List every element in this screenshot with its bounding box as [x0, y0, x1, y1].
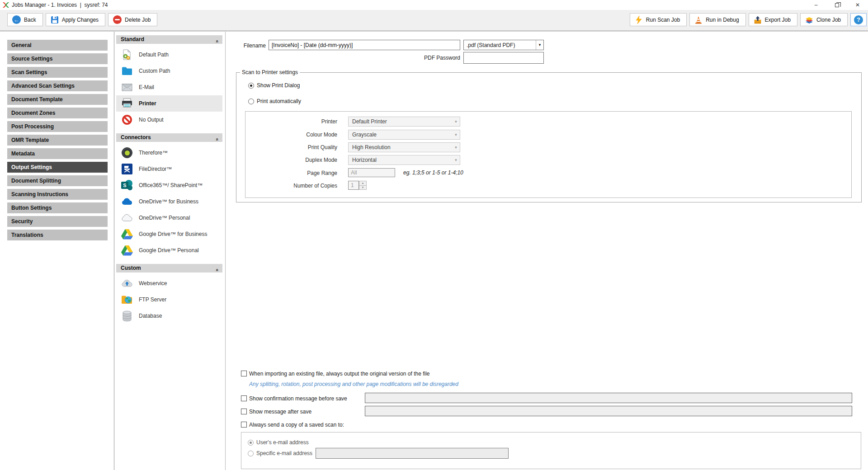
spin-up-icon[interactable]: ▲ [359, 181, 367, 186]
output-item-office365-sharepoint[interactable]: S Office365™/ SharePoint™ [116, 177, 222, 193]
onedrive-white-cloud-icon [121, 212, 133, 224]
radio-icon[interactable] [248, 451, 254, 456]
send-copy-checkbox[interactable] [241, 422, 247, 428]
minimize-button[interactable]: – [806, 0, 826, 10]
specific-email-input[interactable] [316, 448, 509, 459]
sidebar-item-scanning-instructions[interactable]: Scanning Instructions [7, 189, 108, 200]
file-format-dropdown[interactable]: .pdf (Standard PDF) ▼ [463, 40, 544, 50]
export-job-button[interactable]: Export Job [749, 13, 797, 26]
sharepoint-icon: S [121, 179, 133, 191]
document-gears-icon [121, 49, 133, 61]
title-bar: Jobs Manager - 1. Invoices | sysref: 74 … [0, 0, 868, 10]
print-quality-dropdown[interactable]: High Resolution ▼ [348, 142, 460, 152]
sidebar-item-advanced-scan-settings[interactable]: Advanced Scan Settings [7, 80, 108, 91]
output-item-label: Google Drive™ for Business [139, 231, 207, 237]
sidebar-item-omr-template[interactable]: OMR Template [7, 135, 108, 146]
users-email-option[interactable]: User's e-mail address [248, 439, 309, 446]
output-item-no-output[interactable]: No Output [116, 112, 222, 128]
page-range-input[interactable]: All [348, 168, 395, 177]
sidebar-item-output-settings[interactable]: Output Settings [7, 162, 108, 173]
help-button[interactable]: ? [850, 13, 867, 26]
output-item-printer[interactable]: Printer [116, 95, 222, 112]
section-header-custom[interactable]: Custom « [116, 264, 222, 273]
output-item-onedrive-business[interactable]: OneDrive™ for Business [116, 193, 222, 210]
original-version-checkbox[interactable] [241, 371, 247, 376]
output-item-webservice[interactable]: Webservice [116, 275, 222, 291]
sidebar-item-metadata[interactable]: Metadata [7, 148, 108, 159]
section-header-connectors[interactable]: Connectors « [116, 133, 222, 142]
filedirector-icon [121, 163, 133, 175]
message-after-save-input[interactable] [365, 406, 852, 416]
chevron-down-icon: ▼ [452, 130, 460, 139]
clone-job-button[interactable]: Clone Job [800, 13, 848, 26]
print-automatically-option[interactable]: Print automatically [248, 98, 301, 104]
back-button[interactable]: ← Back [7, 13, 43, 26]
specific-email-option[interactable]: Specific e-mail address [248, 450, 312, 456]
sidebar-item-document-zones[interactable]: Document Zones [7, 108, 108, 118]
output-item-label: Custom Path [139, 68, 170, 74]
printer-dropdown[interactable]: Default Printer ▼ [348, 117, 460, 127]
sidebar-item-source-settings[interactable]: Source Settings [7, 53, 108, 64]
output-item-therefore[interactable]: Therefore™ [116, 145, 222, 161]
colour-mode-value: Grayscale [352, 132, 377, 138]
delete-job-button[interactable]: Delete Job [108, 13, 157, 26]
copies-stepper[interactable]: ▲ ▼ [359, 181, 367, 190]
output-item-google-drive-business[interactable]: Google Drive™ for Business [116, 226, 222, 242]
confirm-before-save-input[interactable] [365, 393, 852, 403]
sidebar-item-post-processing[interactable]: Post Processing [7, 121, 108, 132]
sidebar-item-document-template[interactable]: Document Template [7, 94, 108, 105]
output-item-onedrive-personal[interactable]: OneDrive™ Personal [116, 210, 222, 226]
copies-input[interactable]: 1 [348, 181, 359, 190]
original-version-label: When importing an existing file, always … [249, 371, 430, 377]
save-floppy-icon [51, 16, 59, 24]
sidebar-item-security[interactable]: Security [7, 216, 108, 227]
output-item-label: E-Mail [139, 84, 154, 90]
run-in-debug-button[interactable]: Run in Debug [689, 13, 745, 26]
duplex-mode-dropdown[interactable]: Horizontal ▼ [348, 155, 460, 165]
confirm-before-save-checkbox[interactable] [241, 395, 247, 401]
close-button[interactable]: ✕ [847, 0, 868, 10]
output-item-ftp-server[interactable]: FTP Server [116, 291, 222, 308]
filename-input[interactable] [269, 40, 460, 50]
apply-changes-label: Apply Changes [62, 17, 99, 23]
sidebar-item-document-splitting[interactable]: Document Splitting [7, 175, 108, 186]
spin-down-icon[interactable]: ▼ [359, 186, 367, 190]
layers-icon [805, 16, 813, 24]
output-item-google-drive-personal[interactable]: Google Drive™ Personal [116, 242, 222, 258]
output-item-label: Office365™/ SharePoint™ [139, 182, 203, 188]
back-label: Back [24, 17, 36, 23]
radio-icon[interactable] [248, 99, 254, 104]
output-item-label: Printer [139, 100, 156, 107]
output-item-default-path[interactable]: Default Path [116, 47, 222, 63]
apply-changes-button[interactable]: Apply Changes [46, 13, 105, 26]
sidebar-item-button-settings[interactable]: Button Settings [7, 202, 108, 213]
colour-mode-dropdown[interactable]: Grayscale ▼ [348, 130, 460, 140]
output-item-database[interactable]: Database [116, 308, 222, 324]
run-in-debug-label: Run in Debug [706, 17, 739, 23]
onedrive-blue-cloud-icon [121, 196, 133, 207]
output-item-custom-path[interactable]: Custom Path [116, 63, 222, 79]
pdf-password-input[interactable] [463, 52, 544, 64]
send-copy-label: Always send a copy of a saved scan to: [249, 422, 344, 428]
radio-icon[interactable] [248, 440, 254, 446]
confirm-before-save-label: Show confirmation message before save [249, 395, 347, 402]
sidebar-item-translations[interactable]: Translations [7, 230, 108, 240]
chevron-down-icon: ▼ [536, 40, 543, 50]
section-header-standard[interactable]: Standard « [116, 35, 222, 44]
radio-icon[interactable] [248, 83, 254, 89]
show-print-dialog-option[interactable]: Show Print Dialog [248, 82, 300, 89]
run-scan-job-button[interactable]: Run Scan Job [630, 13, 687, 26]
sidebar-item-scan-settings[interactable]: Scan Settings [7, 67, 108, 78]
output-item-email[interactable]: E-Mail [116, 79, 222, 95]
cloud-upload-icon [121, 277, 133, 289]
output-item-label: FileDirector™ [139, 166, 172, 172]
output-item-filedirector[interactable]: FileDirector™ [116, 161, 222, 177]
specific-email-label: Specific e-mail address [256, 450, 312, 456]
envelope-icon [121, 81, 133, 93]
message-after-save-checkbox[interactable] [241, 409, 247, 414]
sidebar-item-general[interactable]: General [7, 40, 108, 51]
output-type-panel: Standard « Default Path Custom Path [116, 32, 222, 324]
colour-mode-label: Colour Mode [245, 132, 337, 138]
restore-button[interactable] [826, 0, 847, 10]
run-scan-job-label: Run Scan Job [646, 17, 680, 23]
